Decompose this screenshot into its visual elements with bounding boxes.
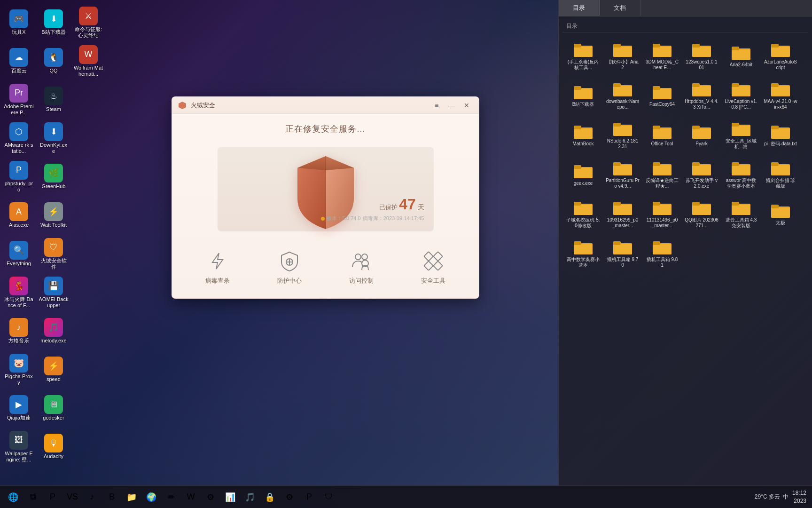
desktop-icon-melody[interactable]: 🎵 melody.exe bbox=[37, 312, 70, 350]
file-icon-PartitionG[interactable]: PartitionGuru Pro v4.9... bbox=[604, 156, 641, 193]
file-label: 109316299_p0_master... bbox=[606, 217, 640, 229]
desktop-icon-godesker[interactable]: 🖥 godesker bbox=[37, 389, 70, 427]
taskbar-icon-paint[interactable]: ✏ bbox=[162, 488, 180, 507]
desktop-icon-qiajia[interactable]: ▶ Qiajia加速 bbox=[2, 389, 36, 427]
icon-label: Watt Toolkit bbox=[40, 222, 67, 228]
desktop-icon-wallpaper[interactable]: 🖼 Wallpaper Engine: 壁... bbox=[2, 428, 36, 466]
file-icon-109316299p[interactable]: 109316299_p0_master... bbox=[604, 195, 641, 233]
file-icon-[interactable]: 反编译★逆向工程★... bbox=[643, 156, 681, 193]
desktop-icon-steam[interactable]: ♨ Steam bbox=[37, 81, 70, 119]
window-minimize-btn[interactable]: — bbox=[445, 100, 458, 111]
desktop-icon-wanjuX[interactable]: 🎮 玩具X bbox=[2, 4, 36, 41]
file-icon-NSudo62181[interactable]: NSudo 6.2.1812.31 bbox=[604, 116, 641, 154]
tab-documents[interactable]: 文档 bbox=[600, 0, 640, 16]
folder-icon bbox=[732, 45, 750, 61]
taskbar-icon-taskbar11[interactable]: 📊 bbox=[221, 488, 240, 507]
file-icon-asswor[interactable]: asswor 高中数学奥赛小蓝本 bbox=[722, 156, 760, 193]
file-icon-v20exe[interactable]: 苏飞开发助手 v2.0.exe bbox=[683, 156, 720, 193]
desktop-icon-formatmusic[interactable]: ♪ 方格音乐 bbox=[2, 312, 36, 350]
file-icon-HttpddosV4[interactable]: Httpddos_V 4.4.3 XiTo... bbox=[683, 77, 720, 114]
taskbar-icon-edge[interactable]: 🌐 bbox=[4, 488, 23, 507]
window-close-btn[interactable]: ✕ bbox=[460, 100, 473, 111]
icon-label: Adobe Premiere P... bbox=[4, 103, 34, 116]
days-number: 47 bbox=[399, 196, 416, 213]
file-icon-[interactable]: 高中数学奥赛小蓝本 bbox=[564, 235, 602, 272]
taskbar-icon-wps[interactable]: W bbox=[181, 488, 200, 507]
tab-directory[interactable]: 目录 bbox=[559, 0, 600, 16]
taskbar-icon-taskbar14[interactable]: ⚙ bbox=[280, 488, 299, 507]
desktop-icon-speed[interactable]: ⚡ speed bbox=[37, 351, 70, 389]
file-icon-3DMMODChea[interactable]: 3DM MOD站_Cheat E... bbox=[643, 37, 681, 75]
icon-image: P bbox=[9, 161, 28, 180]
file-icon-B[interactable]: B站下载器 bbox=[564, 77, 602, 114]
file-icon-43[interactable]: 蓝云工具箱 4.3 免安装版 bbox=[722, 195, 760, 233]
file-icon-geekexe[interactable]: geek.exe bbox=[564, 156, 602, 193]
file-icon-downbankrN[interactable]: downbankrNamepo... bbox=[604, 77, 641, 114]
taskbar-icons: 🌐⧉PVS♪B📁🌍✏W⚙📊🎵🔒⚙P🛡 bbox=[0, 488, 342, 507]
desktop-icon-mingling[interactable]: ⚔ 命令与征服: 心灵终结 bbox=[71, 4, 105, 41]
desktop-icon-phpstudy[interactable]: P phpstudy_pro bbox=[2, 158, 36, 196]
file-icon-AzurLaneAu[interactable]: AzurLaneAutoScript bbox=[762, 37, 799, 75]
file-icon-Aria2[interactable]: 【软件小】Aria2 bbox=[604, 37, 641, 75]
taskbar-icon-browser2[interactable]: 🌍 bbox=[142, 488, 161, 507]
taskbar-icon-taskbar13[interactable]: 🔒 bbox=[260, 488, 279, 507]
taskbar-icon-taskbar15[interactable]: P bbox=[300, 488, 319, 507]
nav-item-protection-center[interactable]: 防护中心 bbox=[268, 246, 311, 289]
desktop-icon-b站下载器2[interactable]: ⬇ B站下载器 bbox=[37, 4, 70, 41]
file-icon-50[interactable]: 子域名挖掘机 5.0修改版 bbox=[564, 195, 602, 233]
file-icon-QQ20230627[interactable]: QQ图片 202306271... bbox=[683, 195, 720, 233]
taskbar-icon-pchome[interactable]: P bbox=[43, 488, 62, 507]
nav-item-security-tools[interactable]: 安全工具 bbox=[412, 246, 455, 289]
taskbar-icon-taskbar10[interactable]: ⚙ bbox=[201, 488, 220, 507]
file-icon-[interactable]: 安全工具_区域机...篇 bbox=[722, 116, 760, 154]
desktop-icon-greenhub[interactable]: 🌿 GreenHub bbox=[37, 158, 70, 196]
desktop-icon-qq[interactable]: 🐧 QQ bbox=[37, 42, 70, 80]
taskbar-right: 29°C 多云 中 18:12 2023 bbox=[749, 489, 812, 505]
file-icon-123wcpes10[interactable]: 123wcpes1.0.101 bbox=[683, 37, 720, 75]
desktop-icon-wolfram[interactable]: W Wolfram Mathemati... bbox=[71, 42, 105, 80]
svg-rect-70 bbox=[771, 165, 790, 175]
desktop: 🎮 玩具X ☁ 百度云 Pr Adobe Premiere P... ⬡ AMw… bbox=[0, 0, 812, 508]
file-icon-FastCopy64[interactable]: FastCopy64 bbox=[643, 77, 681, 114]
file-icon-[interactable]: 太极 bbox=[762, 195, 799, 233]
file-icon-LiveCaptio[interactable]: LiveCaption v1.0.8 [PC... bbox=[722, 77, 760, 114]
taskbar-icon-netease[interactable]: ♪ bbox=[83, 488, 102, 507]
nav-item-access-control[interactable]: 访问控制 bbox=[340, 246, 383, 289]
file-icon-[interactable]: (手工杀毒)反内核工具... bbox=[564, 37, 602, 75]
weather-info: 29°C 多云 bbox=[755, 493, 780, 501]
desktop-icon-baiduyun[interactable]: ☁ 百度云 bbox=[2, 42, 36, 80]
file-label: Httpddos_V 4.4.3 XiTo... bbox=[685, 99, 718, 110]
file-icon-Pyark[interactable]: Pyark bbox=[683, 116, 720, 154]
desktop-icon-aomei[interactable]: 💾 AOMEI Backupper bbox=[37, 274, 70, 311]
desktop-icon-pigcha[interactable]: 🐷 Pigcha Proxy bbox=[2, 351, 36, 389]
nav-item-virus-scan[interactable]: 病毒查杀 bbox=[196, 246, 239, 289]
desktop-icon-alas[interactable]: A Alas.exe bbox=[2, 197, 36, 234]
file-icon-Aria264bit[interactable]: Aria2-64bit bbox=[722, 37, 760, 75]
file-icon-970[interactable]: 撬机工具箱 9.70 bbox=[604, 235, 641, 272]
folder-icon bbox=[574, 239, 593, 255]
file-icon-pidatatxt[interactable]: pi_密码-data.txt bbox=[762, 116, 799, 154]
desktop-icon-bingwu[interactable]: 💃 冰与火舞 Dance of F... bbox=[2, 274, 36, 311]
taskbar-icon-bilibili[interactable]: B bbox=[102, 488, 121, 507]
file-icon-OfficeTool[interactable]: Office Tool bbox=[643, 116, 681, 154]
svg-rect-68 bbox=[732, 162, 739, 166]
desktop-icon-downkyi[interactable]: ⬇ DownKyi.exe bbox=[37, 119, 70, 157]
desktop-icon-huoxian[interactable]: 🛡 火绒安全软件 bbox=[37, 235, 70, 273]
window-title: 火绒安全 bbox=[191, 101, 426, 110]
taskbar-icon-taskbar12[interactable]: 🎵 bbox=[241, 488, 259, 507]
window-menu-btn[interactable]: ≡ bbox=[430, 100, 443, 111]
taskbar-icon-files[interactable]: 📁 bbox=[122, 488, 141, 507]
desktop-icon-everything[interactable]: 🔍 Everything bbox=[2, 235, 36, 273]
desktop-icon-adobePremiere[interactable]: Pr Adobe Premiere P... bbox=[2, 81, 36, 119]
file-icon-MathBook[interactable]: MathBook bbox=[564, 116, 602, 154]
taskbar-icon-huoxian-tb[interactable]: 🛡 bbox=[320, 488, 338, 507]
file-icon-981[interactable]: 撬机工具箱 9.81 bbox=[643, 235, 681, 272]
desktop-icon-aMware[interactable]: ⬡ AMware rk statio... bbox=[2, 119, 36, 157]
file-icon-MAAv4210wi[interactable]: MAA-v4.21.0 -win-x64 bbox=[762, 77, 799, 114]
desktop-icon-audacity[interactable]: 🎙 Audacity bbox=[37, 428, 70, 466]
taskbar-icon-vsdev[interactable]: VS bbox=[63, 488, 82, 507]
desktop-icon-watt[interactable]: ⚡ Watt Toolkit bbox=[37, 197, 70, 234]
file-icon-[interactable]: 撬剑台扫描 珍藏版 bbox=[762, 156, 799, 193]
file-icon-110131496p[interactable]: 110131496_p0_master... bbox=[643, 195, 681, 233]
taskbar-icon-taskview[interactable]: ⧉ bbox=[23, 488, 42, 507]
